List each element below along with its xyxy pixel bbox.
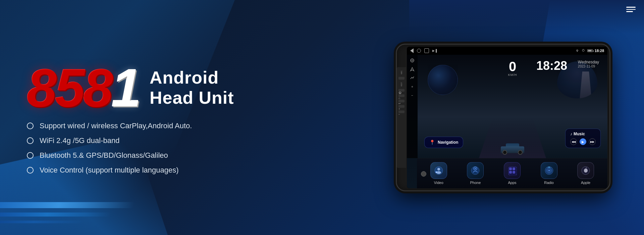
svg-rect-15	[513, 168, 515, 170]
music-widget[interactable]: ♪ Music ◀◀ ▶ ▶▶	[565, 129, 601, 148]
side-btn-vol-up[interactable]: +	[398, 105, 405, 108]
main-display: + −	[407, 55, 607, 158]
center-display: 18:28 Wednesday 2022-11-09 0	[418, 55, 607, 158]
phone-app-label: Phone	[470, 181, 481, 185]
music-title: ♪ Music	[570, 132, 596, 136]
nav-panel-icon-vol2[interactable]: −	[409, 92, 415, 98]
wifi-icon	[575, 49, 579, 52]
features-list: Support wired / wireless CarPlay,Android…	[27, 122, 376, 175]
screen-content: ▶▐	[407, 47, 607, 188]
radio-app-label: Radio	[544, 181, 554, 185]
video-app-icon-wrapper	[430, 162, 447, 179]
day-display: Wednesday	[578, 60, 599, 64]
app-item-radio[interactable]: Radio	[531, 162, 568, 185]
app-item-apple[interactable]: Apple	[567, 162, 604, 185]
nav-panel-icon-vol[interactable]: +	[409, 84, 415, 90]
car-illustration	[499, 143, 526, 155]
back-arrow-icon[interactable]	[410, 48, 414, 53]
svg-point-21	[548, 170, 550, 171]
nav-pin-icon: 📍	[429, 140, 435, 145]
side-btn-vol-down[interactable]: −	[398, 110, 405, 113]
status-bar: ▶▐	[407, 47, 607, 55]
main-time-display: 18:28	[536, 59, 567, 73]
side-buttons-panel: MIC RST ⏻ ⌂ ↩ + −	[397, 67, 406, 168]
nav-panel-icon-2[interactable]	[409, 66, 415, 72]
bullet-2	[27, 137, 34, 144]
apps-icon-svg	[507, 166, 517, 175]
svg-rect-17	[513, 171, 515, 174]
car-wheel-right	[518, 150, 523, 155]
nav-widget-label: Navigation	[438, 140, 458, 145]
main-content: 8581 Android Head Unit Support wired / w…	[0, 0, 644, 235]
apps-app-icon-wrapper	[504, 162, 521, 179]
battery-icon	[587, 49, 593, 52]
music-controls: ◀◀ ▶ ▶▶	[570, 138, 596, 145]
status-time: 18:28	[595, 49, 604, 53]
device-outer: MIC RST ⏻ ⌂ ↩ + −	[396, 44, 610, 191]
apple-app-icon-wrapper	[577, 162, 594, 179]
navigation-widget[interactable]: 📍 Navigation	[424, 137, 463, 148]
app-item-apps[interactable]: Apps	[494, 162, 531, 185]
bullet-4	[27, 167, 34, 174]
model-digit-white: 1	[111, 58, 140, 118]
side-btn-power[interactable]: ⏻	[398, 89, 405, 92]
signal-icon: ▶▐	[432, 49, 437, 52]
location-icon	[581, 49, 585, 52]
product-title-line1: Android	[150, 68, 234, 88]
svg-point-12	[475, 168, 476, 170]
video-app-label: Video	[434, 181, 443, 185]
phone-app-icon-wrapper	[467, 162, 484, 179]
phone-icon-svg	[471, 166, 480, 175]
model-number: 8581	[27, 61, 140, 115]
mic-label: MIC	[400, 70, 402, 74]
menu-button[interactable]	[626, 7, 636, 12]
feature-item-3: Bluetooth 5.& GPS/BD/Glonass/Galileo	[27, 151, 376, 160]
rst-label: RST	[400, 82, 402, 86]
speed-value: 0	[508, 60, 517, 73]
feature-item-1: Support wired / wireless CarPlay,Android…	[27, 122, 376, 130]
feature-text-3: Bluetooth 5.& GPS/BD/Glonass/Galileo	[40, 151, 168, 160]
feature-item-4: Voice Control (support multiple language…	[27, 166, 376, 175]
date-display: 2022-11-09	[578, 64, 599, 68]
play-button[interactable]: ▶	[580, 138, 586, 145]
menu-line-3	[626, 11, 633, 12]
apple-app-label: Apple	[581, 181, 590, 185]
app-item-phone[interactable]: Phone	[457, 162, 494, 185]
feature-item-2: WiFi 2.4g /5G dual-band	[27, 136, 376, 145]
product-title-line2: Head Unit	[150, 88, 234, 108]
datetime-display: Wednesday 2022-11-09	[578, 60, 599, 68]
prev-button[interactable]: ◀◀	[570, 138, 577, 145]
status-right: 18:28	[575, 49, 604, 53]
apple-icon-svg	[581, 166, 590, 175]
nav-panel-icon-3[interactable]	[409, 75, 415, 81]
figure-decoration	[577, 72, 594, 98]
feature-text-1: Support wired / wireless CarPlay,Android…	[40, 122, 192, 130]
globe-decoration-left	[428, 65, 458, 95]
app-bar: Video	[417, 158, 607, 188]
side-btn-home[interactable]: ⌂	[398, 94, 405, 97]
product-title: Android Head Unit	[150, 68, 234, 108]
svg-rect-14	[509, 168, 512, 170]
model-digits-red: 858	[27, 58, 111, 118]
bullet-3	[27, 152, 34, 159]
video-icon-svg	[434, 166, 443, 175]
device-container: MIC RST ⏻ ⌂ ↩ + −	[396, 44, 610, 191]
bullet-1	[27, 123, 34, 129]
next-button[interactable]: ▶▶	[589, 138, 596, 145]
side-btn-back[interactable]: ↩	[398, 100, 405, 102]
nav-icons: ▶▐	[410, 48, 437, 53]
music-label: Music	[574, 132, 585, 136]
recents-icon[interactable]	[424, 48, 429, 53]
device-screen: ▶▐	[407, 47, 607, 188]
side-btn-1[interactable]	[398, 77, 405, 80]
left-section: 8581 Android Head Unit Support wired / w…	[27, 54, 389, 181]
svg-point-0	[582, 49, 584, 51]
right-section: MIC RST ⏻ ⌂ ↩ + −	[389, 44, 617, 191]
radio-icon-svg	[544, 166, 554, 175]
nav-panel-icon-1[interactable]	[409, 57, 415, 63]
feature-text-2: WiFi 2.4g /5G dual-band	[40, 136, 119, 145]
home-button-indicator[interactable]	[421, 171, 426, 177]
feature-text-4: Voice Control (support multiple language…	[40, 166, 179, 175]
home-circle-icon[interactable]	[417, 49, 421, 53]
apps-app-label: Apps	[508, 181, 516, 185]
